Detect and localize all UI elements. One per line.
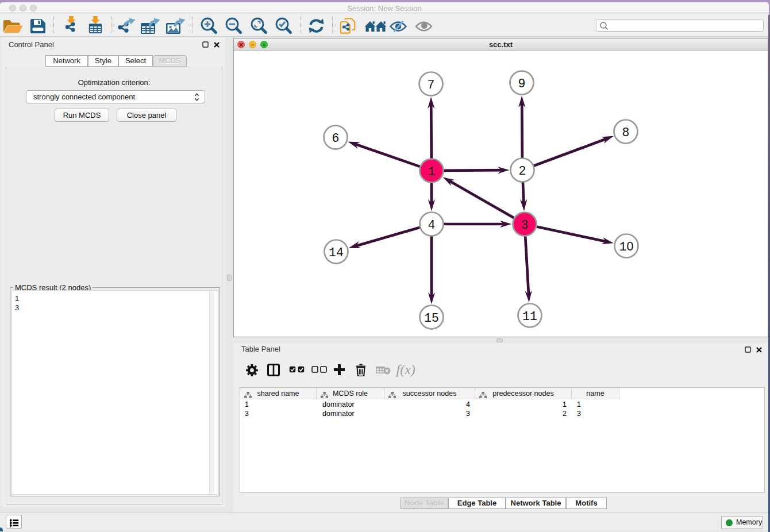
svg-text:1: 1	[428, 165, 435, 179]
svg-text:4: 4	[428, 218, 435, 232]
svg-text:9: 9	[518, 77, 525, 91]
svg-text:7: 7	[427, 78, 434, 92]
svg-text:10: 10	[619, 240, 633, 254]
svg-text:14: 14	[329, 246, 344, 260]
svg-text:3: 3	[521, 218, 528, 232]
svg-text:8: 8	[622, 126, 629, 140]
svg-text:2: 2	[518, 164, 526, 178]
svg-text:15: 15	[424, 311, 439, 325]
svg-text:11: 11	[522, 310, 537, 323]
svg-text:6: 6	[332, 132, 339, 145]
